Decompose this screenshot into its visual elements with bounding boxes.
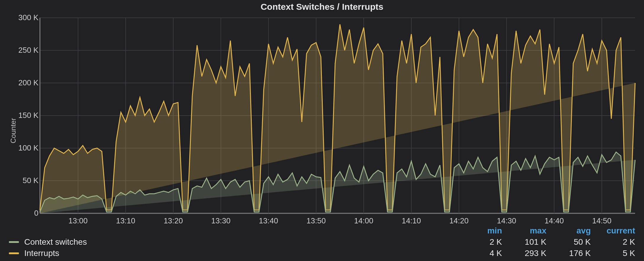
legend-series-name: Context switches <box>24 237 458 247</box>
y-tick-label: 150 K <box>18 111 38 120</box>
legend-stat: 2 K <box>458 237 502 247</box>
legend-header-cell: avg <box>546 226 591 236</box>
legend-series-name: Interrupts <box>24 249 458 258</box>
y-tick-label: 0 <box>18 209 38 218</box>
x-tick-label: 14:50 <box>592 216 611 225</box>
y-tick-label: 50 K <box>18 176 38 185</box>
x-tick-label: 13:00 <box>68 216 88 225</box>
legend-stat: 2 K <box>591 237 635 247</box>
legend-stat: 4 K <box>458 249 502 258</box>
y-tick-label: 100 K <box>18 143 38 153</box>
x-tick-label: 13:40 <box>259 216 278 225</box>
y-axis-label: Counter <box>9 118 17 143</box>
chart-svg <box>40 18 635 213</box>
y-tick-label: 200 K <box>18 78 38 87</box>
legend-stat: 176 K <box>546 249 591 258</box>
legend-stat: 50 K <box>546 237 591 247</box>
legend-row[interactable]: Context switches2 K101 K50 K2 K <box>9 237 635 247</box>
x-tick-label: 14:40 <box>545 216 564 225</box>
x-tick-label: 14:30 <box>497 216 516 225</box>
legend-header: minmaxavgcurrent <box>9 226 635 236</box>
legend-header-cell: current <box>591 226 635 236</box>
legend-stat: 101 K <box>502 237 546 247</box>
x-tick-label: 13:20 <box>164 216 183 225</box>
x-tick-label: 14:10 <box>402 216 421 225</box>
x-tick-label: 13:50 <box>306 216 326 225</box>
x-tick-label: 14:00 <box>354 216 373 225</box>
y-tick-label: 300 K <box>18 13 38 22</box>
x-tick-label: 14:20 <box>449 216 469 225</box>
y-tick-label: 250 K <box>18 46 38 55</box>
chart-panel: Context Switches / Interrupts Counter 05… <box>0 0 644 261</box>
legend-row[interactable]: Interrupts4 K293 K176 K5 K <box>9 249 635 258</box>
legend-stat: 293 K <box>502 249 546 258</box>
plot-area[interactable] <box>40 18 635 213</box>
legend-swatch <box>9 252 19 254</box>
legend: minmaxavgcurrent Context switches2 K101 … <box>9 226 635 258</box>
legend-header-cell: max <box>502 226 546 236</box>
x-tick-label: 13:30 <box>211 216 230 225</box>
chart-title: Context Switches / Interrupts <box>0 2 644 12</box>
legend-header-cell: min <box>458 226 502 236</box>
x-tick-label: 13:10 <box>116 216 135 225</box>
legend-stat: 5 K <box>591 249 635 258</box>
legend-swatch <box>9 241 19 243</box>
